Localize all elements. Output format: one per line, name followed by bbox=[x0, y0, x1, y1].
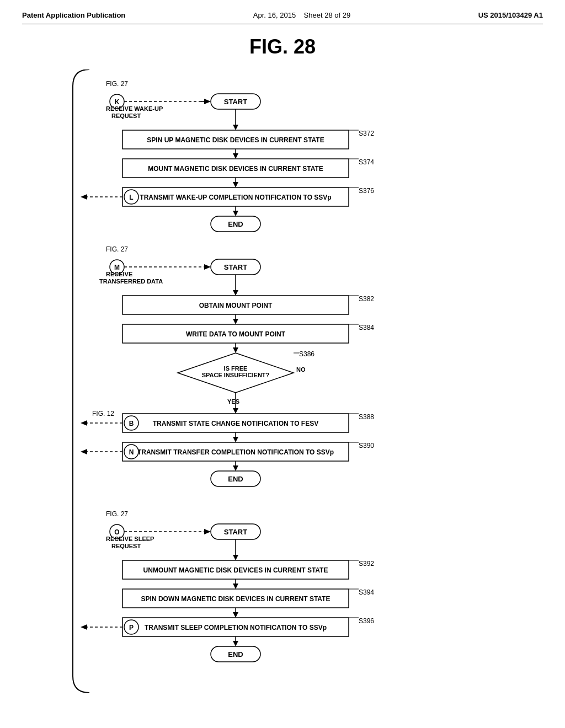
svg-marker-59 bbox=[233, 555, 238, 560]
svg-text:MOUNT MAGNETIC DISK DEVICES IN: MOUNT MAGNETIC DISK DEVICES IN CURRENT S… bbox=[148, 165, 323, 173]
svg-text:END: END bbox=[228, 475, 243, 483]
svg-text:SPIN UP MAGNETIC DISK DEVICES : SPIN UP MAGNETIC DISK DEVICES IN CURRENT… bbox=[147, 136, 324, 144]
svg-text:WRITE DATA TO MOUNT POINT: WRITE DATA TO MOUNT POINT bbox=[186, 330, 286, 338]
svg-text:L: L bbox=[129, 194, 133, 201]
s372-label: S372 bbox=[359, 130, 374, 137]
svg-marker-55 bbox=[204, 529, 211, 534]
s392-label: S392 bbox=[359, 560, 374, 568]
s396-label: S396 bbox=[359, 617, 374, 625]
fig27-label-1: FIG. 27 bbox=[106, 80, 128, 88]
svg-marker-40 bbox=[233, 408, 238, 414]
svg-marker-63 bbox=[233, 584, 238, 589]
svg-marker-14 bbox=[233, 182, 238, 188]
s374-label: S374 bbox=[359, 158, 374, 166]
svg-text:M: M bbox=[114, 264, 120, 271]
s384-label: S384 bbox=[359, 324, 374, 331]
svg-marker-17 bbox=[81, 194, 87, 200]
svg-text:TRANSMIT SLEEP COMPLETION NOTI: TRANSMIT SLEEP COMPLETION NOTIFICATION T… bbox=[145, 624, 327, 631]
page: Patent Application Publication Apr. 16, … bbox=[0, 0, 565, 728]
fig27-label-3: FIG. 27 bbox=[106, 510, 128, 518]
svg-marker-44 bbox=[81, 420, 87, 426]
svg-text:OBTAIN MOUNT POINT: OBTAIN MOUNT POINT bbox=[199, 302, 273, 309]
no-label: NO bbox=[296, 366, 306, 373]
svg-text:TRANSMIT STATE CHANGE NOTIFICA: TRANSMIT STATE CHANGE NOTIFICATION TO FE… bbox=[153, 420, 318, 427]
svg-text:P: P bbox=[129, 624, 134, 631]
svg-marker-35 bbox=[233, 347, 238, 353]
svg-text:B: B bbox=[129, 420, 134, 427]
header-left: Patent Application Publication bbox=[22, 11, 125, 19]
svg-text:TRANSMIT WAKE-UP COMPLETION NO: TRANSMIT WAKE-UP COMPLETION NOTIFICATION… bbox=[140, 194, 331, 201]
receive-sleep-label: RECEIVE SLEEP bbox=[106, 536, 154, 542]
svg-marker-50 bbox=[81, 449, 87, 454]
svg-text:IS FREE: IS FREE bbox=[224, 365, 248, 372]
svg-text:K: K bbox=[115, 98, 120, 106]
fig12-label: FIG. 12 bbox=[92, 410, 114, 417]
svg-text:END: END bbox=[228, 220, 243, 228]
svg-text:REQUEST: REQUEST bbox=[111, 113, 141, 119]
s390-label: S390 bbox=[359, 442, 374, 449]
svg-text:START: START bbox=[224, 98, 247, 106]
yes-label: YES bbox=[227, 398, 239, 405]
s394-label: S394 bbox=[359, 588, 374, 596]
svg-marker-6 bbox=[233, 125, 238, 130]
svg-text:TRANSFERRED DATA: TRANSFERRED DATA bbox=[99, 278, 163, 285]
figure-title: FIG. 28 bbox=[249, 35, 316, 58]
receive-wakeup-label: RECEIVE WAKE-UP bbox=[106, 105, 163, 112]
svg-text:REQUEST: REQUEST bbox=[111, 543, 141, 549]
svg-text:END: END bbox=[228, 650, 243, 659]
fig27-label-2: FIG. 27 bbox=[106, 245, 128, 253]
s382-label: S382 bbox=[359, 295, 374, 303]
header-center: Apr. 16, 2015 Sheet 28 of 29 bbox=[253, 11, 350, 19]
svg-marker-10 bbox=[233, 153, 238, 159]
svg-marker-71 bbox=[81, 624, 87, 630]
svg-marker-46 bbox=[233, 437, 238, 442]
svg-marker-31 bbox=[233, 319, 238, 324]
svg-text:SPIN DOWN MAGNETIC DISK DEVICE: SPIN DOWN MAGNETIC DISK DEVICES IN CURRE… bbox=[141, 595, 331, 603]
svg-text:START: START bbox=[224, 263, 247, 271]
svg-marker-52 bbox=[233, 465, 238, 471]
svg-text:SPACE INSUFFICIENT?: SPACE INSUFFICIENT? bbox=[202, 372, 270, 378]
svg-marker-23 bbox=[204, 264, 211, 270]
svg-marker-27 bbox=[233, 290, 238, 296]
s388-label: S388 bbox=[359, 413, 374, 421]
receive-transfer-label: RECEIVE bbox=[106, 271, 132, 277]
content: FIG. 28 FIG. 27 K START RECEIVE WAKE-UP … bbox=[22, 35, 543, 693]
svg-text:TRANSMIT TRANSFER COMPLETION N: TRANSMIT TRANSFER COMPLETION NOTIFICATIO… bbox=[137, 448, 334, 456]
svg-marker-20 bbox=[233, 211, 238, 216]
svg-marker-67 bbox=[233, 612, 238, 618]
s376-label: S376 bbox=[359, 187, 374, 195]
flowchart-diagram: FIG. 27 K START RECEIVE WAKE-UP REQUEST … bbox=[56, 69, 509, 693]
header-right: US 2015/103429 A1 bbox=[478, 11, 543, 19]
page-header: Patent Application Publication Apr. 16, … bbox=[22, 11, 543, 24]
svg-marker-2 bbox=[204, 99, 211, 104]
s386-label: S386 bbox=[299, 350, 315, 358]
svg-text:START: START bbox=[224, 528, 247, 536]
svg-marker-73 bbox=[233, 641, 238, 646]
svg-text:N: N bbox=[129, 448, 134, 456]
svg-text:O: O bbox=[114, 528, 119, 536]
svg-text:UNMOUNT MAGNETIC DISK DEVICES : UNMOUNT MAGNETIC DISK DEVICES IN CURRENT… bbox=[143, 566, 328, 574]
